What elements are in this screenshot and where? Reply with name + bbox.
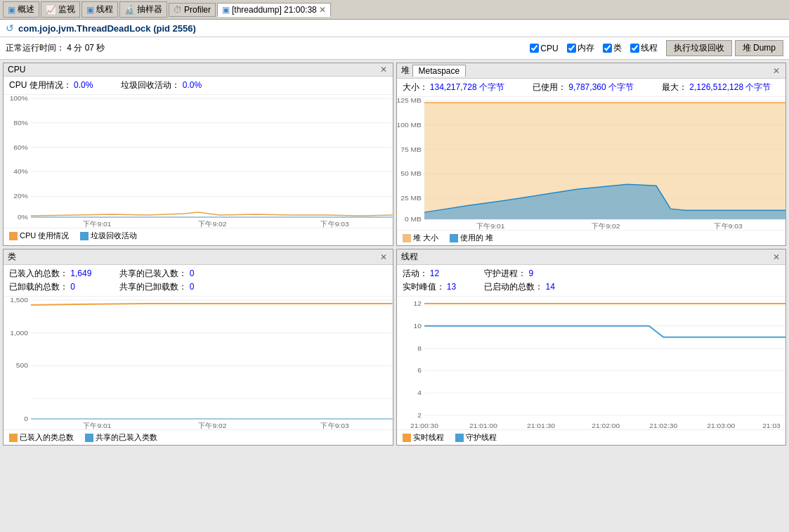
svg-text:12: 12 — [413, 299, 422, 307]
thread-live-legend-color — [403, 434, 411, 442]
thread-legend-daemon: 守护线程 — [455, 432, 497, 443]
tab-sampler[interactable]: 🔬 抽样器 — [119, 1, 167, 18]
cpu-usage-legend-color — [9, 232, 18, 240]
class-legend-shared: 共享的已装入类数 — [85, 432, 157, 443]
cpu-panel-title: CPU — [8, 65, 25, 74]
heap-dump-button[interactable]: 堆 Dump — [735, 40, 783, 56]
cpu-panel-close[interactable]: ✕ — [379, 65, 389, 74]
cpu-usage-stat: CPU 使用情况： 0.0% — [9, 79, 93, 91]
svg-text:下午9:03: 下午9:03 — [714, 222, 743, 230]
cpu-gc-stat: 垃圾回收活动： 0.0% — [121, 79, 202, 91]
cpu-chart: 100% 80% 60% 40% 20% 0% 下午9:01 下午9:02 下午… — [4, 94, 393, 228]
heap-max-stat: 最大： 2,126,512,128 个字节 — [662, 82, 771, 93]
svg-text:下午9:03: 下午9:03 — [320, 422, 349, 429]
cpu-gc-legend-color — [80, 232, 89, 240]
svg-text:下午9:03: 下午9:03 — [320, 220, 349, 228]
cpu-panel-header: CPU ✕ — [4, 63, 393, 77]
tab-bar: ▣ 概述 📈 监视 ▣ 线程 🔬 抽样器 ⏱ Profiler ▣ [threa… — [0, 0, 789, 20]
svg-text:100 MB: 100 MB — [397, 121, 422, 129]
class-panel-header: 类 ✕ — [4, 249, 393, 265]
thread-daemon-stat: 守护进程： 9 — [484, 268, 555, 280]
thread-stats: 活动： 12 实时峰值： 13 守护进程： 9 已启动的总数： 14 — [397, 265, 786, 296]
svg-text:500: 500 — [16, 362, 28, 370]
svg-text:100%: 100% — [10, 95, 28, 102]
svg-text:60%: 60% — [13, 143, 28, 151]
thread-legend-live: 实时线程 — [403, 432, 444, 443]
heap-panel: 堆 Metaspace ✕ 大小： 134,217,728 个字节 已使用： 9… — [396, 63, 787, 246]
svg-text:21:02:30: 21:02:30 — [649, 422, 677, 429]
svg-text:6: 6 — [417, 367, 422, 375]
cpu-stats: CPU 使用情况： 0.0% 垃圾回收活动： 0.0% — [4, 77, 393, 94]
svg-text:80%: 80% — [13, 119, 28, 126]
class-legend: 已装入的类总数 共享的已装入类数 — [4, 429, 393, 445]
heap-legend-size: 堆 大小 — [403, 233, 438, 243]
heap-legend: 堆 大小 使用的 堆 — [397, 230, 786, 245]
class-panel-close[interactable]: ✕ — [379, 252, 389, 262]
svg-text:下午9:01: 下午9:01 — [476, 222, 505, 230]
svg-text:40%: 40% — [13, 168, 28, 176]
class-chart: 1,500 1,000 500 0 下午9:01 下午9:02 下午9:03 — [4, 296, 393, 429]
thread-panel-close[interactable]: ✕ — [771, 252, 781, 262]
thread-active-stat: 活动： 12 — [403, 268, 457, 280]
svg-text:21:03: 21:03 — [762, 422, 781, 429]
heap-legend-used: 使用的 堆 — [450, 233, 493, 243]
cpu-legend-gc: 垃圾回收活动 — [80, 231, 137, 241]
svg-text:21:03:00: 21:03:00 — [707, 422, 735, 429]
thread-legend: 实时线程 守护线程 — [397, 429, 786, 445]
class-checkbox[interactable]: 类 — [603, 42, 622, 54]
svg-text:1,500: 1,500 — [10, 297, 28, 304]
heap-panel-header: 堆 Metaspace ✕ — [397, 63, 786, 79]
thread-panel-header: 线程 ✕ — [397, 249, 786, 265]
svg-text:125 MB: 125 MB — [397, 97, 422, 104]
heap-used-legend-color — [450, 234, 458, 242]
heap-panel-close[interactable]: ✕ — [771, 66, 781, 76]
action-buttons: 执行垃圾回收 堆 Dump — [666, 40, 783, 56]
thread-peak-stat: 实时峰值： 13 — [403, 281, 457, 293]
svg-text:21:01:30: 21:01:30 — [527, 422, 555, 429]
tab-overview[interactable]: ▣ 概述 — [3, 1, 39, 18]
class-unloaded-stat: 已卸载的总数： 0 — [9, 281, 91, 293]
tab-profiler[interactable]: ⏱ Profiler — [169, 3, 216, 17]
thread-checkbox[interactable]: 线程 — [630, 42, 658, 54]
cpu-legend: CPU 使用情况 垃圾回收活动 — [4, 228, 393, 243]
cpu-checkbox[interactable]: CPU — [530, 44, 558, 53]
tab-thread[interactable]: ▣ 线程 — [81, 1, 118, 18]
class-stats: 已装入的总数： 1,649 已卸载的总数： 0 共享的已装入数： 0 共享的已卸… — [4, 265, 393, 296]
tab-threaddump[interactable]: ▣ [threaddump] 21:00:38 ✕ — [217, 3, 331, 17]
heap-size-legend-color — [403, 234, 411, 242]
memory-checkbox[interactable]: 内存 — [567, 42, 594, 54]
svg-text:25 MB: 25 MB — [400, 194, 422, 202]
thread-daemon-legend-color — [455, 434, 464, 442]
cpu-panel: CPU ✕ CPU 使用情况： 0.0% 垃圾回收活动： 0.0% — [3, 63, 393, 246]
refresh-icon: ↺ — [6, 22, 14, 34]
gc-button[interactable]: 执行垃圾回收 — [666, 40, 732, 56]
svg-text:0 MB: 0 MB — [404, 215, 421, 223]
class-loaded-legend-color — [9, 434, 18, 442]
svg-text:8: 8 — [417, 344, 422, 352]
svg-text:0%: 0% — [18, 213, 28, 221]
class-shared-loaded-stat: 共享的已装入数： 0 — [119, 268, 194, 280]
class-panel: 类 ✕ 已装入的总数： 1,649 已卸载的总数： 0 共享的已装入数： 0 — [3, 249, 393, 446]
svg-text:下午9:02: 下午9:02 — [198, 220, 227, 228]
uptime-value: 4 分 07 秒 — [67, 43, 105, 53]
heap-panel-title: 堆 — [401, 65, 410, 77]
heap-metaspace-tab[interactable]: Metaspace — [412, 65, 467, 77]
svg-text:1,000: 1,000 — [10, 329, 28, 337]
class-panel-title: 类 — [8, 251, 16, 263]
main-content: CPU ✕ CPU 使用情况： 0.0% 垃圾回收活动： 0.0% — [0, 60, 789, 448]
svg-text:下午9:01: 下午9:01 — [83, 422, 112, 429]
thread-panel-title: 线程 — [401, 251, 418, 263]
svg-text:下午9:02: 下午9:02 — [592, 222, 620, 230]
svg-text:2: 2 — [417, 411, 422, 419]
svg-text:75 MB: 75 MB — [400, 145, 422, 153]
svg-text:下午9:01: 下午9:01 — [83, 220, 112, 228]
tab-monitor[interactable]: 📈 监视 — [41, 1, 80, 18]
thread-chart: 12 10 8 6 4 2 21:00:30 21:01:00 21:01:30… — [397, 296, 786, 429]
svg-text:下午9:02: 下午9:02 — [198, 422, 227, 429]
svg-text:20%: 20% — [13, 192, 28, 200]
close-tab-icon[interactable]: ✕ — [319, 5, 326, 15]
heap-size-stat: 大小： 134,217,728 个字节 — [403, 82, 504, 93]
thread-started-stat: 已启动的总数： 14 — [484, 281, 555, 293]
title-bar: ↺ com.jojo.jvm.ThreadDeadLock (pid 2556) — [0, 20, 789, 37]
svg-text:21:00:30: 21:00:30 — [410, 422, 438, 429]
